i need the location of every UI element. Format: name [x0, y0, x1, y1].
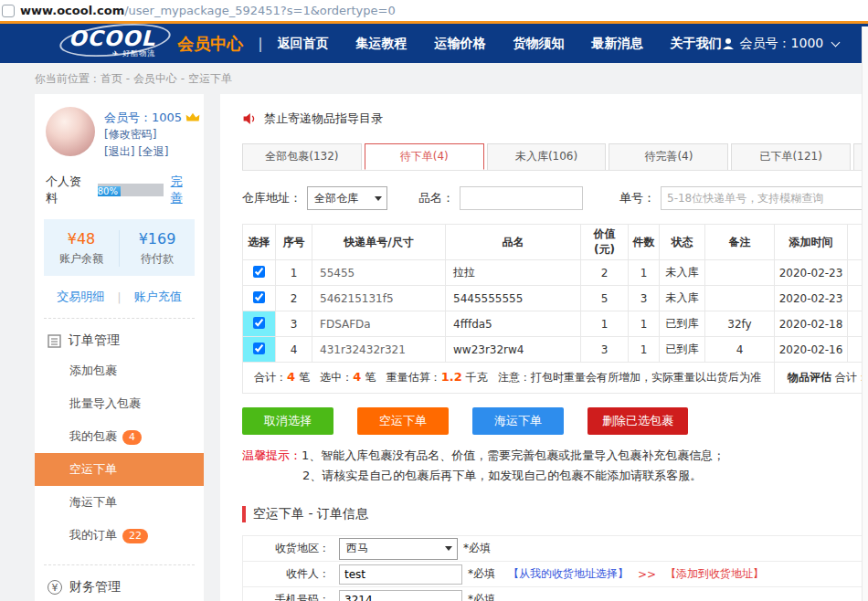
- form-row-recipient: 收件人： *必填 【从我的收货地址选择】 >> 【添加到收货地址】: [243, 562, 868, 587]
- table-header-row: 选择 序号 快递单号/尺寸 品名 价值(元) 件数 状态 备注 添加时间 操作: [243, 225, 868, 260]
- product-name-input[interactable]: [460, 186, 583, 210]
- finance-management-title: 财务管理: [69, 579, 121, 596]
- tips-label: 温馨提示：: [242, 448, 302, 462]
- mobile-label: 手机号码：: [243, 592, 330, 601]
- sea-order-button[interactable]: 海运下单: [472, 407, 564, 435]
- tab-all-packages[interactable]: 全部包裹(132): [242, 143, 362, 170]
- order-form: 收货地区： 西马 *必填 收件人： *必填 【从我的收货地址选择】 >> 【添加…: [242, 535, 868, 601]
- summary-selected-unit: 笔: [365, 371, 376, 384]
- profile-card: 会员号：1005 [修改密码] [退出] [全退]: [35, 94, 204, 170]
- row-index: 1: [276, 260, 312, 286]
- sidebar-item-my-orders[interactable]: 我的订单22: [35, 519, 204, 552]
- col-date: 添加时间: [775, 225, 848, 260]
- pending-payment-amount: ¥169: [120, 230, 195, 248]
- scrollbar[interactable]: [862, 26, 868, 601]
- finance-management-header: ¥ 财务管理: [35, 567, 204, 601]
- transaction-details-link[interactable]: 交易明细: [57, 289, 104, 305]
- col-tracking: 快递单号/尺寸: [312, 225, 446, 260]
- summary-weight-label: 重量估算：: [386, 371, 441, 384]
- row-product-name: 5445555555: [446, 286, 581, 311]
- tab-ordered[interactable]: 已下单(121): [731, 143, 851, 170]
- row-remark: [705, 286, 775, 311]
- row-checkbox[interactable]: [253, 291, 265, 303]
- sidebar-item-sea-order[interactable]: 海运下单: [35, 486, 204, 519]
- row-checkbox[interactable]: [253, 343, 265, 354]
- row-tracking: 431r32432r321: [312, 337, 446, 363]
- required-label: *必填: [468, 566, 495, 582]
- complete-profile-link[interactable]: 完善: [171, 174, 193, 206]
- change-password-link[interactable]: [修改密码]: [104, 126, 200, 143]
- logo-text: OCOOL: [69, 28, 155, 48]
- pick-address-link[interactable]: 【从我的收货地址选择】: [508, 566, 629, 582]
- summary-row: 合计：4 笔 选中：4 笔 重量估算：1.2 千克 注意：打包时重量会有所增加，…: [243, 363, 868, 394]
- order-management-header: 订单管理: [35, 321, 204, 354]
- prohibited-items-notice[interactable]: 禁止寄递物品指导目录: [242, 111, 868, 127]
- order-info-section-title: 空运下单 - 订单信息: [242, 506, 868, 522]
- account-recharge-link[interactable]: 账户充值: [134, 289, 182, 305]
- row-remark: 32fy: [705, 311, 775, 337]
- sidebar-item-air-order[interactable]: 空运下单: [35, 453, 204, 486]
- browser-address-bar[interactable]: www.ocool.com/user_mypackage_592451?s=1&…: [0, 0, 868, 24]
- row-status: 未入库: [660, 286, 705, 311]
- my-packages-label: 我的包裹: [69, 429, 117, 443]
- row-qty: 1: [629, 260, 660, 286]
- divider: [44, 564, 195, 565]
- row-checkbox[interactable]: [253, 317, 265, 329]
- row-remark: [705, 260, 775, 286]
- notice-text: 禁止寄递物品指导目录: [264, 111, 383, 127]
- row-index: 2: [276, 286, 312, 311]
- air-order-button[interactable]: 空运下单: [357, 407, 449, 435]
- member-account-menu[interactable]: 会员号：1000: [722, 36, 840, 52]
- page-icon: [2, 5, 15, 17]
- row-status: 已到库: [660, 311, 705, 337]
- sidebar-item-add-package[interactable]: 添加包裹: [35, 354, 204, 387]
- col-name: 品名: [446, 225, 581, 260]
- account-balance-label: 账户余额: [44, 251, 119, 267]
- url-domain: www.ocool.com: [20, 4, 124, 17]
- nav-home[interactable]: 返回首页: [278, 36, 329, 52]
- nav-cargo-notes[interactable]: 货物须知: [513, 36, 565, 52]
- profile-progress-label: 个人资料: [46, 174, 90, 206]
- region-select[interactable]: 西马: [339, 538, 458, 560]
- cancel-selection-button[interactable]: 取消选择: [242, 407, 333, 435]
- my-orders-badge: 22: [122, 529, 148, 543]
- logout-link[interactable]: [退出] [全退]: [104, 143, 200, 161]
- profile-progress-fill: 80%: [98, 186, 121, 196]
- order-management-title: 订单管理: [69, 332, 120, 349]
- nav-pricing[interactable]: 运输价格: [435, 36, 486, 52]
- breadcrumb: 你当前位置：首页 - 会员中心 - 空运下单: [35, 71, 868, 87]
- recipient-input[interactable]: [339, 564, 462, 585]
- member-number: 会员号：1005: [104, 109, 200, 126]
- tab-not-in-warehouse[interactable]: 未入库(106): [487, 143, 607, 170]
- evaluation-label: 物品评估: [788, 371, 831, 384]
- nav-about[interactable]: 关于我们: [671, 36, 722, 52]
- sidebar-item-my-packages[interactable]: 我的包裹4: [35, 420, 204, 453]
- speaker-icon: [242, 112, 257, 125]
- member-account-label: 会员号：1000: [740, 36, 824, 52]
- avatar[interactable]: [46, 107, 95, 156]
- summary-total-unit: 笔: [299, 371, 310, 384]
- tab-pending-order[interactable]: 待下单(4): [365, 143, 484, 170]
- nav-tutorial[interactable]: 集运教程: [356, 36, 408, 52]
- row-tracking: 55455: [312, 260, 446, 286]
- tracking-no-input[interactable]: [661, 186, 868, 210]
- sidebar: 会员号：1005 [修改密码] [退出] [全退] 个人资料 80% 完善 ¥4…: [35, 94, 204, 601]
- tab-to-complete[interactable]: 待完善(4): [609, 143, 728, 170]
- delete-selected-button[interactable]: 删除已选包裹: [587, 407, 688, 435]
- sidebar-item-batch-import[interactable]: 批量导入包裹: [35, 387, 204, 420]
- warehouse-select[interactable]: 全部仓库: [307, 186, 387, 210]
- arrow-separator: >>: [638, 568, 656, 581]
- pending-payment-label: 待付款: [120, 251, 195, 267]
- mobile-input[interactable]: [339, 590, 462, 601]
- col-qty: 件数: [629, 225, 660, 260]
- row-checkbox[interactable]: [253, 266, 265, 278]
- add-address-link[interactable]: 【添加到收货地址】: [665, 566, 764, 582]
- ocool-logo[interactable]: OCOOL ✈ 好酷物流: [69, 28, 155, 58]
- nav-news[interactable]: 最新消息: [592, 36, 643, 52]
- main-content: 禁止寄递物品指导目录 全部包裹(132) 待下单(4) 未入库(106) 待完善…: [220, 94, 868, 601]
- row-value: 2: [581, 260, 629, 286]
- row-value: 3: [581, 337, 629, 363]
- links-divider: |: [117, 290, 121, 304]
- row-value: 5: [581, 286, 629, 311]
- required-label: *必填: [468, 592, 495, 601]
